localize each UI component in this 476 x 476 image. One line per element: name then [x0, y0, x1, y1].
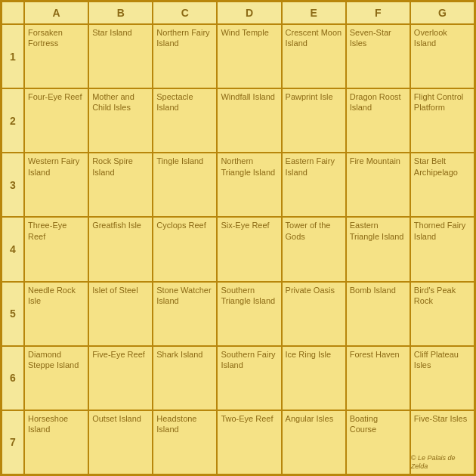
cell-4-d: Six-Eye Reef — [217, 217, 281, 281]
cell-4-b: Greatfish Isle — [88, 217, 153, 281]
row-header-6: 6 — [2, 346, 24, 410]
col-header-f: F — [346, 2, 410, 24]
row-header-5: 5 — [2, 282, 24, 346]
cell-6-e: Ice Ring Isle — [282, 346, 346, 410]
cell-3-b: Rock Spire Island — [88, 153, 153, 217]
cell-5-e: Private Oasis — [282, 282, 346, 346]
cell-3-f: Fire Mountain — [346, 153, 410, 217]
cell-2-c: Spectacle Island — [153, 88, 217, 153]
cell-4-f: Eastern Triangle Island — [346, 217, 410, 281]
cell-2-d: Windfall Island — [217, 88, 281, 153]
row-header-3: 3 — [2, 153, 24, 217]
cell-5-g: Bird's Peak Rock — [410, 282, 474, 346]
cell-2-b: Mother and Child Isles — [88, 88, 153, 153]
cell-1-b: Star Island — [88, 24, 153, 88]
cell-1-g: Overlook Island — [410, 24, 474, 88]
row-header-2: 2 — [2, 88, 24, 153]
col-header-b: B — [88, 2, 153, 24]
cell-5-d: Southern Triangle Island — [217, 282, 281, 346]
cell-1-d: Wind Temple — [217, 24, 281, 88]
cell-1-c: Northern Fairy Island — [153, 24, 217, 88]
cell-text: Five-Star Isles — [414, 413, 471, 424]
cell-2-g: Flight Control Platform — [410, 88, 474, 153]
col-header-a: A — [24, 2, 88, 24]
cell-4-c: Cyclops Reef — [153, 217, 217, 281]
cell-3-g: Star Belt Archipelago — [410, 153, 474, 217]
cell-7-f: Boating Course — [346, 410, 410, 474]
row-header-4: 4 — [2, 217, 24, 281]
cell-7-g: Five-Star Isles© Le Palais de Zelda — [410, 410, 474, 474]
row-header-7: 7 — [2, 410, 24, 474]
grid-container: ABCDEFG1Forsaken FortressStar IslandNort… — [0, 0, 476, 476]
col-header-d: D — [217, 2, 281, 24]
cell-6-b: Five-Eye Reef — [88, 346, 153, 410]
cell-5-f: Bomb Island — [346, 282, 410, 346]
cell-3-e: Eastern Fairy Island — [282, 153, 346, 217]
cell-1-f: Seven-Star Isles — [346, 24, 410, 88]
cell-3-d: Northern Triangle Island — [217, 153, 281, 217]
corner-cell — [2, 2, 24, 24]
col-header-c: C — [153, 2, 217, 24]
cell-5-a: Needle Rock Isle — [24, 282, 88, 346]
cell-4-a: Three-Eye Reef — [24, 217, 88, 281]
cell-2-e: Pawprint Isle — [282, 88, 346, 153]
cell-2-f: Dragon Roost Island — [346, 88, 410, 153]
cell-7-d: Two-Eye Reef — [217, 410, 281, 474]
cell-7-b: Outset Island — [88, 410, 153, 474]
cell-5-c: Stone Watcher Island — [153, 282, 217, 346]
cell-1-a: Forsaken Fortress — [24, 24, 88, 88]
cell-3-c: Tingle Island — [153, 153, 217, 217]
cell-6-c: Shark Island — [153, 346, 217, 410]
cell-6-d: Southern Fairy Island — [217, 346, 281, 410]
cell-7-e: Angular Isles — [282, 410, 346, 474]
cell-4-e: Tower of the Gods — [282, 217, 346, 281]
cell-6-f: Forest Haven — [346, 346, 410, 410]
cell-2-a: Four-Eye Reef — [24, 88, 88, 153]
cell-4-g: Thorned Fairy Island — [410, 217, 474, 281]
col-header-e: E — [282, 2, 346, 24]
cell-7-c: Headstone Island — [153, 410, 217, 474]
col-header-g: G — [410, 2, 474, 24]
cell-7-a: Horseshoe Island — [24, 410, 88, 474]
cell-6-a: Diamond Steppe Island — [24, 346, 88, 410]
cell-5-b: Islet of Steel — [88, 282, 153, 346]
row-header-1: 1 — [2, 24, 24, 88]
cell-3-a: Western Fairy Island — [24, 153, 88, 217]
copyright-text: © Le Palais de Zelda — [411, 454, 471, 471]
cell-6-g: Cliff Plateau Isles — [410, 346, 474, 410]
cell-1-e: Crescent Moon Island — [282, 24, 346, 88]
